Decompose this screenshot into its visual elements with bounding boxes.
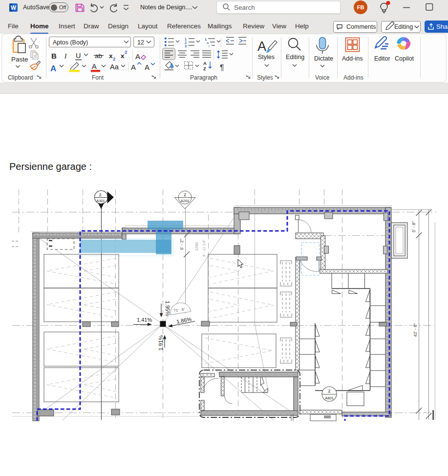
svg-text:W: W — [11, 4, 17, 11]
